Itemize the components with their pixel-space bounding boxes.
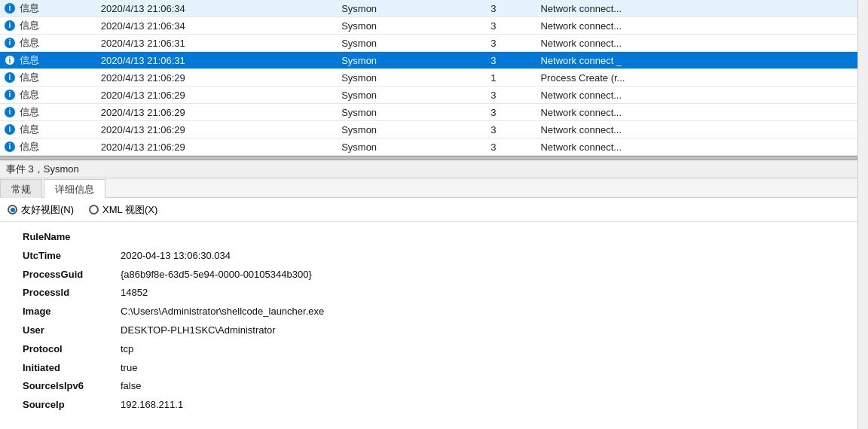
table-row[interactable]: i信息2020/4/13 21:06:29Sysmon3Network conn…: [0, 104, 868, 121]
detail-key: ProcessGuid: [23, 267, 121, 283]
radio-xml-label: XML 视图(X): [102, 203, 157, 217]
cell-date: 2020/4/13 21:06:31: [96, 52, 337, 69]
cell-date: 2020/4/13 21:06:34: [96, 17, 337, 35]
cell-date: 2020/4/13 21:06:29: [96, 104, 337, 121]
table-row[interactable]: i信息2020/4/13 21:06:31Sysmon3Network conn…: [0, 52, 868, 69]
detail-value: DESKTOP-PLH1SKC\Administrator: [121, 323, 276, 339]
tab-general[interactable]: 常规: [0, 179, 42, 198]
radio-xml-circle: [89, 205, 99, 214]
detail-value: C:\Users\Administrator\shellcode_launche…: [121, 304, 324, 320]
table-row[interactable]: i信息2020/4/13 21:06:34Sysmon3Network conn…: [0, 17, 868, 35]
table-row[interactable]: i信息2020/4/13 21:06:29Sysmon3Network conn…: [0, 87, 868, 104]
cell-date: 2020/4/13 21:06:31: [96, 35, 337, 52]
cell-level: i信息: [0, 121, 96, 138]
detail-key: User: [23, 323, 121, 339]
event-table: i信息2020/4/13 21:06:34Sysmon3Network conn…: [0, 0, 868, 156]
cell-task: Network connect...: [536, 87, 868, 104]
cell-source: Sysmon: [337, 87, 486, 104]
tabs-row: 常规 详细信息: [0, 178, 868, 198]
cell-source: Sysmon: [337, 52, 486, 69]
detail-key: ProcessId: [23, 285, 121, 301]
cell-task: Network connect...: [536, 138, 868, 156]
cell-eid: 3: [486, 138, 536, 156]
radio-row: 友好视图(N) XML 视图(X): [0, 198, 868, 222]
cell-task: Network connect...: [536, 17, 868, 35]
detail-row: ProcessId14852: [23, 285, 868, 301]
cell-source: Sysmon: [337, 35, 486, 52]
detail-row: UtcTime2020-04-13 13:06:30.034: [23, 248, 868, 264]
detail-value: 14852: [121, 285, 148, 301]
detail-value: {a86b9f8e-63d5-5e94-0000-00105344b300}: [121, 267, 312, 283]
detail-row: ProcessGuid{a86b9f8e-63d5-5e94-0000-0010…: [23, 267, 868, 283]
cell-level: i信息: [0, 0, 96, 17]
cell-task: Network connect...: [536, 0, 868, 17]
cell-date: 2020/4/13 21:06:29: [96, 138, 337, 156]
detail-key: Image: [23, 304, 121, 320]
table-row[interactable]: i信息2020/4/13 21:06:29Sysmon3Network conn…: [0, 138, 868, 156]
detail-area: RuleNameUtcTime2020-04-13 13:06:30.034Pr…: [0, 222, 868, 429]
main-wrapper: i信息2020/4/13 21:06:34Sysmon3Network conn…: [0, 0, 868, 429]
cell-date: 2020/4/13 21:06:29: [96, 121, 337, 138]
detail-key: SourceIp: [23, 397, 121, 413]
cell-date: 2020/4/13 21:06:29: [96, 69, 337, 87]
cell-source: Sysmon: [337, 0, 486, 17]
radio-xml[interactable]: XML 视图(X): [89, 203, 157, 217]
scrollbar-right[interactable]: [857, 0, 868, 429]
radio-friendly-circle: [8, 205, 17, 214]
cell-eid: 3: [486, 35, 536, 52]
detail-row: Protocoltcp: [23, 342, 868, 358]
cell-level: i信息: [0, 69, 96, 87]
cell-task: Process Create (r...: [536, 69, 868, 87]
cell-eid: 3: [486, 87, 536, 104]
cell-source: Sysmon: [337, 138, 486, 156]
detail-row: SourceIp192.168.211.1: [23, 397, 868, 413]
cell-level: i信息: [0, 87, 96, 104]
cell-source: Sysmon: [337, 121, 486, 138]
cell-level: i信息: [0, 17, 96, 35]
event-label-text: 事件 3，Sysmon: [6, 163, 79, 176]
cell-level: i信息: [0, 35, 96, 52]
cell-level: i信息: [0, 138, 96, 156]
cell-date: 2020/4/13 21:06:34: [96, 0, 337, 17]
cell-task: Network connect...: [536, 121, 868, 138]
detail-row: SourceIsIpv6false: [23, 379, 868, 394]
detail-value: false: [121, 379, 141, 394]
table-row[interactable]: i信息2020/4/13 21:06:29Sysmon3Network conn…: [0, 121, 868, 138]
detail-value: tcp: [121, 342, 133, 358]
event-label-bar: 事件 3，Sysmon: [0, 160, 868, 178]
cell-source: Sysmon: [337, 17, 486, 35]
cell-date: 2020/4/13 21:06:29: [96, 87, 337, 104]
cell-task: Network connect _: [536, 52, 868, 69]
detail-row: ImageC:\Users\Administrator\shellcode_la…: [23, 304, 868, 320]
detail-key: RuleName: [23, 230, 121, 245]
cell-task: Network connect...: [536, 104, 868, 121]
radio-friendly[interactable]: 友好视图(N): [8, 203, 74, 217]
cell-source: Sysmon: [337, 69, 486, 87]
cell-level: i信息: [0, 52, 96, 69]
cell-eid: 3: [486, 121, 536, 138]
detail-row: Initiatedtrue: [23, 361, 868, 376]
detail-key: SourceIsIpv6: [23, 379, 121, 394]
cell-eid: 3: [486, 52, 536, 69]
table-row[interactable]: i信息2020/4/13 21:06:31Sysmon3Network conn…: [0, 35, 868, 52]
radio-friendly-label: 友好视图(N): [21, 203, 74, 217]
table-row[interactable]: i信息2020/4/13 21:06:34Sysmon3Network conn…: [0, 0, 868, 17]
cell-source: Sysmon: [337, 104, 486, 121]
detail-value: 192.168.211.1: [121, 397, 183, 413]
detail-value: true: [121, 361, 137, 376]
detail-key: Protocol: [23, 342, 121, 358]
detail-row: UserDESKTOP-PLH1SKC\Administrator: [23, 323, 868, 339]
cell-level: i信息: [0, 104, 96, 121]
detail-row: RuleName: [23, 230, 868, 245]
tab-details[interactable]: 详细信息: [44, 179, 105, 198]
cell-eid: 1: [486, 69, 536, 87]
cell-task: Network connect...: [536, 35, 868, 52]
table-row[interactable]: i信息2020/4/13 21:06:29Sysmon1Process Crea…: [0, 69, 868, 87]
detail-value: 2020-04-13 13:06:30.034: [121, 248, 231, 264]
cell-eid: 3: [486, 17, 536, 35]
detail-key: Initiated: [23, 361, 121, 376]
cell-eid: 3: [486, 104, 536, 121]
detail-key: UtcTime: [23, 248, 121, 264]
cell-eid: 3: [486, 0, 536, 17]
